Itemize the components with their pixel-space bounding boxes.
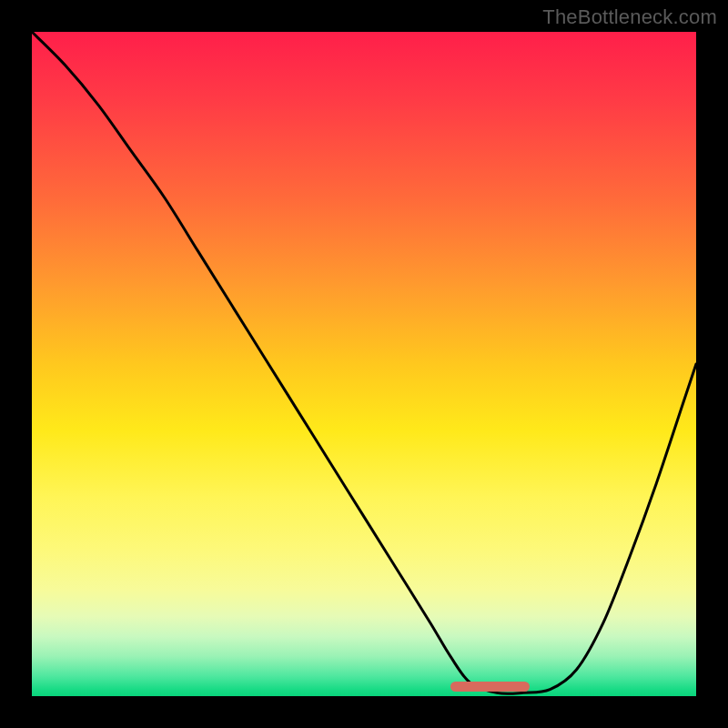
- chart-frame: TheBottleneck.com: [0, 0, 728, 728]
- bottleneck-curve: [32, 32, 696, 693]
- optimal-band-highlight: [450, 682, 531, 692]
- attribution-text: TheBottleneck.com: [542, 5, 717, 29]
- plot-area: [32, 32, 696, 696]
- curve-svg: [32, 32, 696, 696]
